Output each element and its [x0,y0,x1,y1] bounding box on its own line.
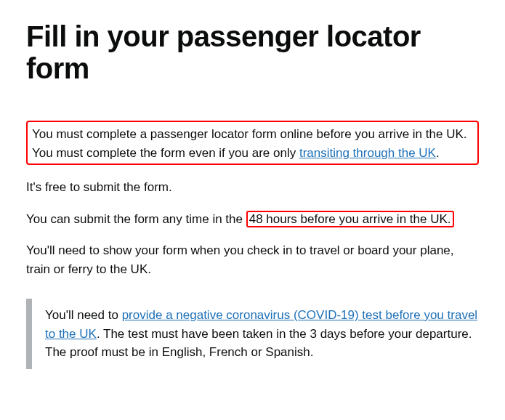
inset-paragraph: You'll need to provide a negative corona… [45,306,479,362]
highlight-box-1: You must complete a passenger locator fo… [26,121,479,165]
paragraph-2: It's free to submit the form. [26,178,479,197]
transiting-link[interactable]: transiting through the UK [299,146,436,160]
inset-text-before: You'll need to [45,308,122,322]
page-heading: Fill in your passenger locator form [26,20,479,84]
inset-text: You'll need to provide a negative corona… [26,299,479,369]
paragraph-3: You can submit the form any time in the … [26,210,479,229]
highlight-inline: 48 hours before you arrive in the UK. [246,211,454,227]
paragraph-1: You must complete a passenger locator fo… [32,125,473,162]
para1-text-after: . [436,146,440,160]
paragraph-4: You'll need to show your form when you c… [26,241,479,278]
inset-text-after: . The test must have been taken in the 3… [45,327,472,360]
para3-text-before: You can submit the form any time in the [26,212,246,226]
